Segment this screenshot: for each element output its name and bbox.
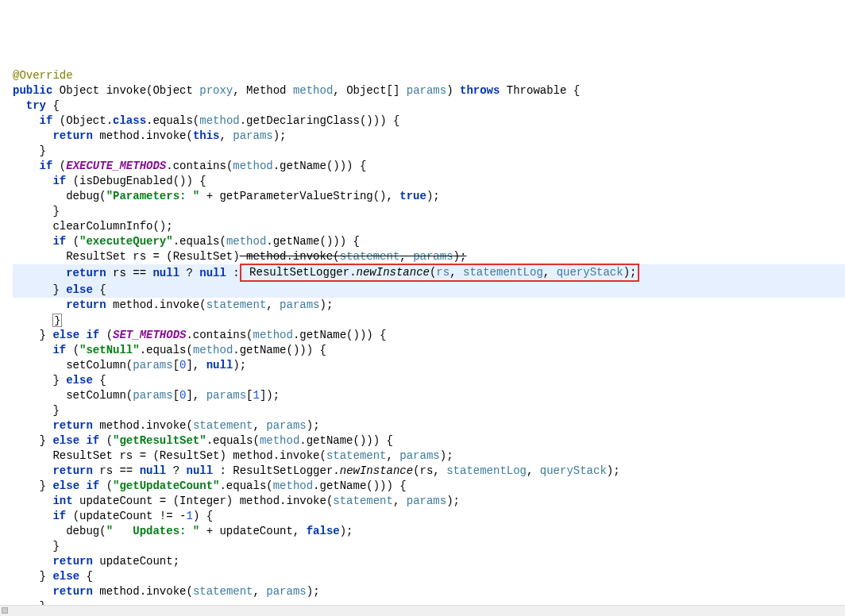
code-line[interactable]: } [13,144,845,159]
code-line[interactable]: public Object invoke(Object proxy, Metho… [13,83,845,98]
code-line-highlighted[interactable]: } else { [13,283,845,298]
code-line[interactable]: debug(" Updates: " + updateCount, false)… [13,524,845,539]
code-line[interactable]: return method.invoke(this, params); [13,129,845,144]
code-line[interactable]: } else if ("getUpdateCount".equals(metho… [13,479,845,494]
code-line[interactable]: } else if ("getResultSet".equals(method.… [13,433,845,449]
code-line[interactable]: if (updateCount != -1) { [13,509,845,524]
brace-match-icon: } [52,314,62,327]
highlighted-code-box: ResultSetLogger.newInstance(rs, statemen… [240,264,640,282]
code-line[interactable]: if (EXECUTE_METHODS.contains(method.getN… [13,159,845,174]
code-line-highlighted[interactable]: return rs == null ? null : ResultSetLogg… [13,264,845,283]
code-line[interactable]: setColumn(params[0], params[1]); [13,388,845,403]
horizontal-scrollbar[interactable] [0,605,845,616]
scrollbar-thumb[interactable] [2,607,8,614]
code-line[interactable]: } [13,403,845,418]
code-line[interactable]: return updateCount; [13,554,845,569]
code-line[interactable]: int updateCount = (Integer) method.invok… [13,494,845,509]
code-line[interactable]: } else { [13,373,845,388]
code-line[interactable]: @Override [13,68,845,83]
code-line[interactable]: } [13,204,845,219]
code-line[interactable]: clearColumnInfo(); [13,219,845,234]
code-line[interactable]: return rs == null ? null : ResultSetLogg… [13,464,845,479]
code-line[interactable]: } else { [13,569,845,584]
code-line[interactable]: ResultSet rs = (ResultSet) method.invoke… [13,449,845,464]
code-line[interactable]: return method.invoke(statement, params); [13,418,845,433]
code-line[interactable]: setColumn(params[0], null); [13,358,845,373]
code-line[interactable]: return method.invoke(statement, params); [13,584,845,599]
code-line[interactable]: return method.invoke(statement, params); [13,298,845,313]
code-line[interactable]: if (isDebugEnabled()) { [13,174,845,189]
code-line[interactable]: try { [13,98,845,114]
code-line[interactable]: if ("setNull".equals(method.getName())) … [13,343,845,358]
code-line[interactable]: } [13,539,845,554]
code-line[interactable]: if (Object.class.equals(method.getDeclar… [13,114,845,129]
code-line[interactable]: } else if (SET_METHODS.contains(method.g… [13,328,845,343]
code-line[interactable]: debug("Parameters: " + getParameterValue… [13,189,845,204]
code-line[interactable]: } [13,313,845,328]
code-line[interactable]: ResultSet rs = (ResultSet) method.invoke… [13,249,845,264]
code-line[interactable]: if ("executeQuery".equals(method.getName… [13,234,845,249]
